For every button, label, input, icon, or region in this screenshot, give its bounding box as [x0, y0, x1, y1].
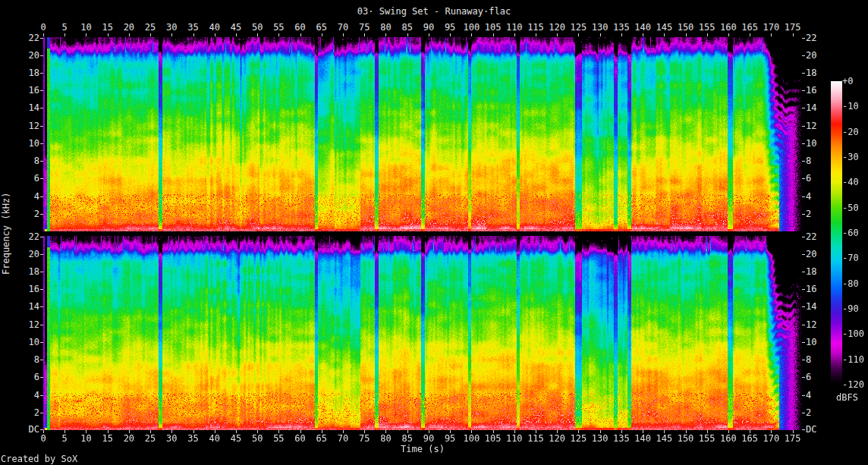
- x-tick-mark: [621, 430, 622, 433]
- freq-tick-mark: [40, 254, 43, 255]
- x-axis-label: Time (s): [43, 445, 802, 454]
- x-tick-mark: [643, 33, 643, 36]
- x-tick-mark: [343, 430, 344, 433]
- x-tick-mark: [578, 33, 579, 36]
- colorbar-tick-label: -40: [842, 178, 868, 187]
- freq-tick-mark: [802, 306, 805, 307]
- freq-tick-mark: [802, 395, 805, 396]
- freq-tick-mark: [802, 90, 805, 91]
- x-tick-mark: [664, 430, 665, 433]
- x-tick-mark: [471, 33, 472, 36]
- x-tick-mark: [193, 430, 194, 433]
- freq-tick-mark: [40, 395, 43, 396]
- x-tick-mark: [536, 430, 536, 433]
- colorbar-tick-label: -60: [842, 228, 868, 237]
- freq-tick-mark: [40, 126, 43, 127]
- freq-tick-mark: [40, 360, 43, 360]
- x-tick-mark: [236, 430, 237, 433]
- freq-tick-mark: [802, 289, 805, 290]
- x-tick-mark: [236, 33, 237, 36]
- freq-tick-mark: [802, 272, 805, 272]
- freq-tick-label: 4: [806, 391, 836, 400]
- freq-tick-mark: [802, 161, 805, 162]
- colorbar-unit-label: dBFS: [836, 393, 858, 402]
- x-tick-mark: [557, 430, 558, 433]
- x-tick-mark: [215, 33, 215, 36]
- freq-tick-mark: [802, 237, 805, 237]
- x-tick-mark: [43, 430, 44, 433]
- x-tick-mark: [171, 33, 172, 36]
- freq-tick-mark: [802, 38, 805, 39]
- freq-tick-mark: [40, 413, 43, 413]
- freq-tick-label: 20: [806, 51, 836, 60]
- x-tick-mark: [600, 33, 601, 36]
- y-axis-label: Frequency (kHz): [1, 37, 11, 430]
- x-tick-mark: [493, 430, 494, 433]
- freq-tick-mark: [40, 214, 43, 215]
- x-tick-mark: [257, 33, 258, 36]
- spectrogram-left-channel: [43, 37, 802, 231]
- x-tick-mark: [536, 33, 536, 36]
- x-tick-mark: [150, 33, 151, 36]
- x-tick-mark: [450, 430, 451, 433]
- x-tick-mark: [385, 33, 386, 36]
- freq-tick-mark: [802, 429, 805, 430]
- freq-tick-mark: [802, 413, 805, 413]
- colorbar-gradient: [831, 81, 842, 385]
- colorbar-tick-label: -50: [842, 203, 868, 212]
- x-tick-mark: [793, 430, 794, 433]
- x-tick-mark: [686, 33, 687, 36]
- freq-tick-mark: [40, 196, 43, 197]
- colorbar-tick-label: -90: [842, 304, 868, 313]
- freq-tick-mark: [40, 272, 43, 272]
- x-tick-mark: [193, 33, 194, 36]
- x-tick-label: 175: [778, 434, 808, 443]
- freq-tick-label: 22: [806, 33, 836, 42]
- x-tick-mark: [429, 430, 429, 433]
- x-tick-mark: [108, 33, 108, 36]
- x-tick-mark: [86, 33, 86, 36]
- x-tick-label: 175: [778, 23, 808, 32]
- x-tick-mark: [728, 33, 729, 36]
- colorbar-tick-label: -80: [842, 279, 868, 288]
- x-tick-mark: [300, 33, 301, 36]
- colorbar-tick-label: -110: [842, 355, 868, 364]
- freq-tick-mark: [40, 161, 43, 162]
- x-tick-mark: [64, 430, 65, 433]
- x-tick-mark: [514, 430, 515, 433]
- dc-label: DC: [806, 425, 836, 434]
- freq-tick-mark: [802, 254, 805, 255]
- x-tick-mark: [771, 33, 772, 36]
- spectrogram-right-channel: [43, 236, 802, 430]
- colorbar-tick-label: -30: [842, 152, 868, 162]
- x-tick-mark: [771, 430, 772, 433]
- freq-tick-mark: [802, 73, 805, 74]
- x-tick-mark: [108, 430, 108, 433]
- x-tick-mark: [64, 33, 65, 36]
- x-tick-mark: [450, 33, 451, 36]
- x-tick-mark: [407, 33, 408, 36]
- x-tick-mark: [215, 430, 215, 433]
- x-tick-mark: [322, 430, 322, 433]
- colorbar-tick-label: -20: [842, 127, 868, 137]
- sox-credit: Created by SoX: [1, 454, 77, 463]
- x-tick-mark: [257, 430, 258, 433]
- x-tick-mark: [600, 430, 601, 433]
- x-tick-mark: [643, 430, 643, 433]
- chart-title: 03· Swing Set - Runaway·flac: [0, 7, 868, 16]
- x-tick-mark: [578, 430, 579, 433]
- x-tick-mark: [171, 430, 172, 433]
- x-tick-mark: [364, 430, 365, 433]
- x-tick-mark: [493, 33, 494, 36]
- x-tick-mark: [686, 430, 687, 433]
- freq-tick-mark: [802, 126, 805, 127]
- freq-tick-mark: [802, 377, 805, 378]
- freq-tick-mark: [40, 178, 43, 179]
- x-tick-mark: [407, 430, 408, 433]
- x-tick-mark: [385, 430, 386, 433]
- colorbar-tick-label: +0: [842, 77, 868, 86]
- x-tick-mark: [322, 33, 322, 36]
- x-tick-mark: [707, 430, 708, 433]
- freq-tick-mark: [40, 108, 43, 108]
- x-tick-mark: [557, 33, 558, 36]
